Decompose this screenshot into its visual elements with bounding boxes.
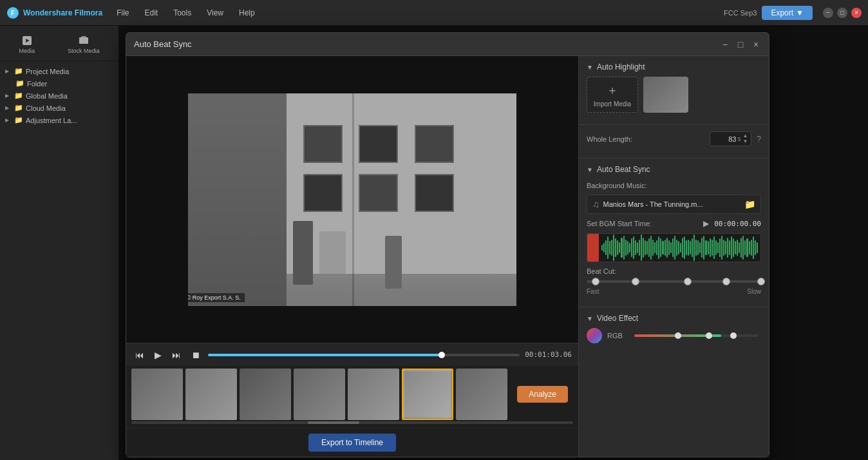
tree-cloud-media[interactable]: ▶ 📁 Cloud Media [0,102,118,114]
whole-length-help-icon[interactable]: ? [757,135,761,144]
tree-folder-label: Folder [27,80,47,88]
sidebar-tree: ▶ 📁 Project Media 📁 Folder ▶ 📁 Global Me… [0,61,118,460]
bg-music-label: Background Music: [587,182,647,189]
svg-text:F: F [11,10,15,17]
stop-btn[interactable]: ⏹ [189,349,203,361]
bgm-time-label: Set BGM Start Time: [587,220,698,227]
thumb-2[interactable] [185,369,237,420]
right-panel: ▼ Auto Highlight ＋ Import Media [579,56,769,457]
auto-highlight-header[interactable]: ▼ Auto Highlight [587,62,761,72]
waveform-bars [599,234,760,262]
rgb-thumb-2[interactable] [706,332,712,339]
thumb-6[interactable] [402,369,453,420]
whole-length-input[interactable] [713,135,736,143]
media-thumbnail-1[interactable] [643,77,688,113]
thumb-1[interactable] [131,369,183,420]
tree-folder[interactable]: 📁 Folder [0,77,118,90]
video-effect-title: Video Effect [597,314,638,323]
beat-cut-thumb-1[interactable] [592,278,599,285]
music-icon: ♫ [592,199,599,209]
sidebar-stock-btn[interactable]: Stock Media [64,32,104,57]
menu-help[interactable]: Help [235,7,259,19]
tree-project-media-label: Project Media [26,68,69,75]
rgb-effect-icon [587,328,602,343]
dialog-close-btn[interactable]: × [751,39,761,50]
horizontal-scrollbar[interactable] [131,421,573,424]
thumb-3[interactable] [240,369,291,420]
waveform-left-indicator [587,234,599,262]
bgm-folder-btn[interactable]: 📁 [744,199,755,209]
auto-highlight-title: Auto Highlight [597,62,645,72]
waveform [587,233,761,262]
auto-highlight-section: ▼ Auto Highlight ＋ Import Media [579,56,769,125]
svg-rect-4 [79,37,88,44]
auto-beat-sync-header[interactable]: ▼ Auto Beat Sync [587,165,761,174]
import-media-btn[interactable]: ＋ Import Media [587,77,638,113]
thumb-5[interactable] [348,369,399,420]
beat-cut-label: Beat Cut: [587,267,761,275]
progress-bar[interactable] [208,354,520,356]
auto-beat-sync-title: Auto Beat Sync [597,165,650,174]
beat-cut-thumb-4[interactable] [722,278,730,285]
close-button[interactable]: × [851,8,862,18]
menu-edit[interactable]: Edit [140,7,162,19]
analyze-button[interactable]: Analyze [517,386,568,403]
menu-tools[interactable]: Tools [169,7,195,19]
film-still: Modern Times © Roy Export S.A. S. [188,93,516,306]
rgb-thumb-3[interactable] [730,332,737,339]
menu-file[interactable]: File [113,7,133,19]
sidebar-top-icons: Media Stock Media [0,28,118,61]
beat-cut-thumb-3[interactable] [684,278,692,285]
dialog-titlebar: Auto Beat Sync − □ × [126,33,769,56]
auto-beat-sync-arrow: ▼ [587,166,593,173]
skip-to-start-btn[interactable]: ⏮ [133,349,147,361]
dialog-minimize-btn[interactable]: − [720,39,730,50]
sidebar-stock-label: Stock Media [68,48,100,54]
dialog-win-controls: − □ × [720,39,761,50]
dialog-title: Auto Beat Sync [134,39,192,49]
sidebar-media-btn[interactable]: Media [15,32,39,57]
minimize-button[interactable]: − [823,8,833,18]
timecode: 00:01:03.06 [525,350,572,359]
auto-beat-sync-section: ▼ Auto Beat Sync Background Music: ♫ Man… [579,158,769,307]
skip-forward-btn[interactable]: ⏭ [169,349,184,361]
main-area: Media Stock Media ▶ 📁 Project Media 📁 Fo… [0,26,868,460]
film-caption: Modern Times © Roy Export S.A. S. [188,293,245,302]
whole-length-increment[interactable]: ▲ [742,133,748,139]
menu-view[interactable]: View [203,7,227,19]
sidebar: Media Stock Media ▶ 📁 Project Media 📁 Fo… [0,26,119,460]
tree-global-media[interactable]: ▶ 📁 Global Media [0,90,118,102]
whole-length-decrement[interactable]: ▼ [742,139,748,144]
thumbnail-strip: Analyze [126,366,578,421]
sidebar-media-label: Media [19,48,35,54]
tree-global-label: Global Media [26,92,68,100]
export-timeline-area: Export to Timeline [126,428,578,457]
beat-cut-track[interactable] [587,280,761,283]
tree-adjustment[interactable]: ▶ 📁 Adjustment La... [0,114,118,126]
playback-bar: ⏮ ▶ ⏭ ⏹ 00:01:03.06 [126,343,578,366]
thumb-7[interactable] [456,369,507,420]
dialog-maximize-btn[interactable]: □ [735,39,746,50]
whole-length-row: Whole Length: s ▲ ▼ ? [587,131,761,146]
import-area: ＋ Import Media [587,77,761,113]
export-button[interactable]: Export ▼ [762,6,813,20]
preview-area: Modern Times © Roy Export S.A. S. ⏮ ▶ ⏭ … [126,56,579,457]
whole-length-input-wrap: s ▲ ▼ [710,131,751,146]
svg-rect-5 [81,36,86,37]
bgm-play-btn[interactable]: ▶ [703,219,709,228]
video-effect-header[interactable]: ▼ Video Effect [587,314,761,323]
beat-cut-fast-label: Fast [587,288,599,295]
beat-cut-thumb-2[interactable] [632,278,639,285]
export-timeline-button[interactable]: Export to Timeline [308,434,396,452]
beat-cut-thumb-5[interactable] [757,278,765,285]
bgm-name: Manios Mars - The Tunning.m... [603,200,741,208]
play-btn[interactable]: ▶ [152,349,164,361]
top-bar-right: FCC Sep3 Export ▼ − □ × [724,6,862,20]
rgb-thumb-1[interactable] [675,332,681,339]
tree-project-media[interactable]: ▶ 📁 Project Media [0,65,118,77]
rgb-effect-row: RGB [587,328,761,343]
rgb-slider-track[interactable] [634,334,759,337]
strip-scrollbar-area [126,421,578,428]
maximize-button[interactable]: □ [837,8,847,18]
thumb-4[interactable] [294,369,345,420]
